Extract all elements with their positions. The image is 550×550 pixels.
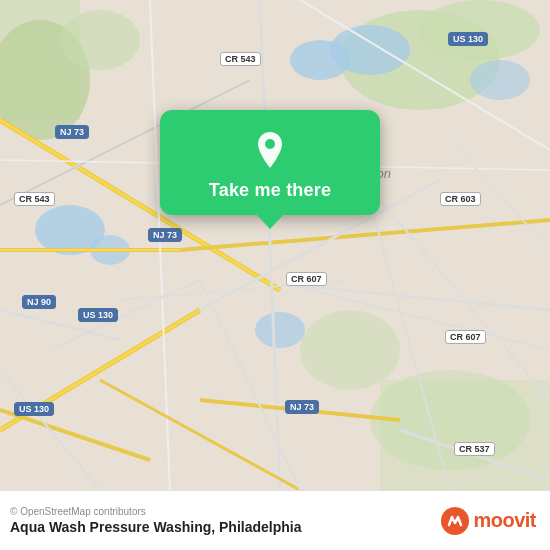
moovit-text: moovit: [473, 509, 536, 532]
map-container: son CR 543 US 130 NJ 73 CR 6 CR 543 NJ 7…: [0, 0, 550, 490]
svg-point-6: [300, 310, 400, 390]
road-label-nj73-bottom: NJ 73: [285, 400, 319, 414]
svg-point-14: [470, 60, 530, 100]
popup-card: Take me there: [160, 110, 380, 215]
road-label-cr537: CR 537: [454, 442, 495, 456]
svg-point-2: [420, 0, 540, 60]
svg-point-11: [255, 312, 305, 348]
location-info: © OpenStreetMap contributors Aqua Wash P…: [10, 506, 301, 535]
road-label-us130-mid: US 130: [78, 308, 118, 322]
svg-point-13: [330, 25, 410, 75]
copyright-text: © OpenStreetMap contributors: [10, 506, 301, 517]
road-label-cr607-right: CR 607: [445, 330, 486, 344]
road-label-cr607-mid: CR 607: [286, 272, 327, 286]
road-label-nj90: NJ 90: [22, 295, 56, 309]
moovit-logo: moovit: [441, 507, 536, 535]
svg-point-5: [60, 10, 140, 70]
take-me-there-button[interactable]: Take me there: [209, 180, 331, 201]
svg-point-44: [265, 139, 275, 149]
road-label-us130-bottom: US 130: [14, 402, 54, 416]
road-label-cr603: CR 603: [440, 192, 481, 206]
road-label-nj73-left: NJ 73: [55, 125, 89, 139]
svg-rect-8: [380, 380, 550, 490]
location-pin-icon: [248, 128, 292, 172]
moovit-logo-icon: [441, 507, 469, 535]
map-background: son: [0, 0, 550, 490]
location-name: Aqua Wash Pressure Washing, Philadelphia: [10, 519, 301, 535]
bottom-bar: © OpenStreetMap contributors Aqua Wash P…: [0, 490, 550, 550]
road-label-cr543-left: CR 543: [14, 192, 55, 206]
road-label-cr543-top: CR 543: [220, 52, 261, 66]
road-label-nj73-mid: NJ 73: [148, 228, 182, 242]
road-label-us130-top: US 130: [448, 32, 488, 46]
